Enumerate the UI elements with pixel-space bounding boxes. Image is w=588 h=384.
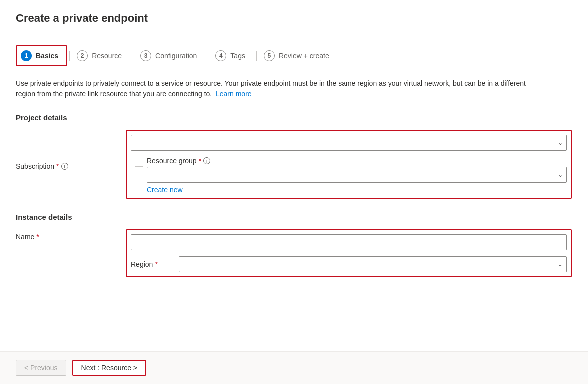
tab-num-review: 5 (264, 50, 275, 62)
tab-separator-4 (256, 51, 257, 61)
subscription-row: Subscription * i ⌄ (16, 130, 572, 199)
subscription-select[interactable] (131, 135, 567, 151)
tab-num-configuration: 3 (140, 50, 152, 62)
main-content: Create a private endpoint 1 Basics 2 Res… (0, 0, 588, 352)
tab-separator-3 (208, 51, 208, 61)
name-input[interactable] (131, 234, 567, 250)
region-row-inner: Region * ⌄ (131, 256, 567, 272)
instance-fields-box: Region * ⌄ (126, 230, 572, 278)
tab-label-review: Review + create (279, 52, 330, 60)
region-dropdown-wrapper: ⌄ (179, 256, 567, 272)
instance-details-section: Instance details Name * Region (16, 213, 572, 278)
resource-group-select[interactable] (147, 167, 567, 183)
name-label-col: Name * (16, 230, 126, 241)
project-details-section: Project details Subscription * i (16, 114, 572, 199)
tab-review-create[interactable]: 5 Review + create (259, 46, 338, 66)
tab-label-tags: Tags (230, 52, 246, 60)
tab-num-resource: 2 (77, 50, 88, 62)
region-required: * (155, 260, 158, 268)
subscription-info-icon[interactable]: i (62, 163, 68, 170)
create-new-link[interactable]: Create new (147, 186, 183, 194)
subscription-label: Subscription * i (16, 162, 126, 170)
name-required: * (36, 233, 39, 241)
resource-group-dropdown-wrapper: ⌄ (147, 167, 567, 183)
footer: < Previous Next : Resource > (0, 352, 588, 384)
page-title: Create a private endpoint (16, 12, 572, 34)
resource-group-label-row: Resource group * i (147, 157, 567, 165)
tab-separator-2 (133, 51, 134, 61)
region-select[interactable] (179, 256, 567, 272)
next-resource-button[interactable]: Next : Resource > (72, 360, 146, 376)
name-label: Name * (16, 233, 126, 241)
instance-details-header: Instance details (16, 213, 572, 222)
project-details-header: Project details (16, 114, 572, 122)
learn-more-link[interactable]: Learn more (216, 90, 252, 98)
resource-group-required: * (199, 157, 202, 165)
subscription-required: * (56, 162, 59, 170)
tab-basics[interactable]: 1 Basics (16, 46, 68, 66)
resource-group-indent-container: Resource group * i ⌄ (131, 157, 567, 194)
tab-configuration[interactable]: 3 Configuration (136, 46, 206, 66)
page-container: Create a private endpoint 1 Basics 2 Res… (0, 0, 588, 384)
description-text: Use private endpoints to privately conne… (16, 78, 541, 100)
tab-label-basics: Basics (36, 52, 58, 60)
tab-num-tags: 4 (216, 50, 226, 62)
resource-group-label: Resource group * i (147, 157, 210, 165)
wizard-tabs: 1 Basics 2 Resource 3 Configuration 4 Ta… (16, 46, 572, 66)
region-label: Region * (131, 260, 171, 268)
tab-tags[interactable]: 4 Tags (210, 46, 254, 66)
tab-label-resource: Resource (92, 52, 122, 60)
name-row: Name * Region * (16, 230, 572, 278)
tab-separator-1 (70, 51, 70, 61)
tab-resource[interactable]: 2 Resource (72, 46, 131, 66)
tab-label-configuration: Configuration (156, 52, 197, 60)
subscription-dropdown-wrapper: ⌄ (131, 135, 567, 151)
previous-button[interactable]: < Previous (16, 360, 66, 376)
resource-group-info-icon[interactable]: i (204, 158, 210, 164)
subscription-label-col: Subscription * i (16, 159, 126, 170)
tab-num-basics: 1 (21, 50, 32, 62)
resource-group-inner: Resource group * i ⌄ (147, 157, 567, 194)
indent-decoration (135, 157, 147, 167)
